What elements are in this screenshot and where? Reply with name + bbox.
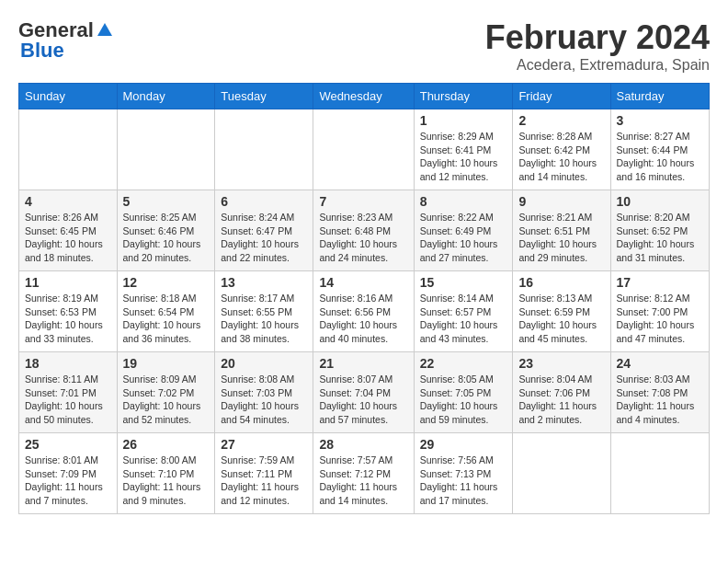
day-number: 16	[518, 275, 604, 290]
day-info: Sunrise: 8:26 AM Sunset: 6:45 PM Dayligh…	[25, 211, 111, 265]
day-number: 10	[617, 194, 704, 209]
day-number: 15	[420, 275, 507, 290]
logo-icon	[96, 21, 114, 40]
day-info: Sunrise: 8:16 AM Sunset: 6:56 PM Dayligh…	[319, 292, 407, 346]
col-header-wednesday: Wednesday	[313, 84, 414, 109]
logo-blue: Blue	[20, 39, 64, 63]
calendar-cell: 2Sunrise: 8:28 AM Sunset: 6:42 PM Daylig…	[513, 109, 610, 190]
col-header-sunday: Sunday	[19, 84, 118, 109]
calendar-cell	[313, 109, 414, 190]
calendar-table: SundayMondayTuesdayWednesdayThursdayFrid…	[18, 83, 710, 514]
calendar-cell: 9Sunrise: 8:21 AM Sunset: 6:51 PM Daylig…	[513, 190, 610, 271]
calendar-cell: 29Sunrise: 7:56 AM Sunset: 7:13 PM Dayli…	[414, 433, 513, 514]
day-info: Sunrise: 8:01 AM Sunset: 7:09 PM Dayligh…	[25, 454, 111, 508]
calendar-cell: 13Sunrise: 8:17 AM Sunset: 6:55 PM Dayli…	[215, 271, 313, 352]
day-number: 23	[518, 356, 604, 371]
calendar-cell	[215, 109, 313, 190]
day-number: 6	[221, 194, 307, 209]
day-info: Sunrise: 8:29 AM Sunset: 6:41 PM Dayligh…	[420, 130, 507, 184]
calendar-cell: 28Sunrise: 7:57 AM Sunset: 7:12 PM Dayli…	[313, 433, 414, 514]
day-number: 2	[518, 113, 604, 128]
calendar-cell: 10Sunrise: 8:20 AM Sunset: 6:52 PM Dayli…	[610, 190, 710, 271]
calendar-cell: 3Sunrise: 8:27 AM Sunset: 6:44 PM Daylig…	[610, 109, 710, 190]
calendar-cell: 24Sunrise: 8:03 AM Sunset: 7:08 PM Dayli…	[610, 352, 710, 433]
col-header-friday: Friday	[513, 84, 610, 109]
day-number: 18	[25, 356, 111, 371]
day-number: 27	[221, 437, 307, 452]
day-info: Sunrise: 8:04 AM Sunset: 7:06 PM Dayligh…	[518, 373, 604, 427]
calendar-cell: 15Sunrise: 8:14 AM Sunset: 6:57 PM Dayli…	[414, 271, 513, 352]
day-info: Sunrise: 8:28 AM Sunset: 6:42 PM Dayligh…	[518, 130, 604, 184]
day-number: 19	[123, 356, 210, 371]
day-number: 3	[617, 113, 704, 128]
day-info: Sunrise: 8:21 AM Sunset: 6:51 PM Dayligh…	[518, 211, 604, 265]
calendar-cell: 17Sunrise: 8:12 AM Sunset: 7:00 PM Dayli…	[610, 271, 710, 352]
day-number: 29	[420, 437, 507, 452]
calendar-cell: 22Sunrise: 8:05 AM Sunset: 7:05 PM Dayli…	[414, 352, 513, 433]
day-info: Sunrise: 8:17 AM Sunset: 6:55 PM Dayligh…	[221, 292, 307, 346]
day-number: 7	[319, 194, 407, 209]
day-number: 9	[518, 194, 604, 209]
day-info: Sunrise: 8:19 AM Sunset: 6:53 PM Dayligh…	[25, 292, 111, 346]
week-row-1: 1Sunrise: 8:29 AM Sunset: 6:41 PM Daylig…	[19, 109, 710, 190]
calendar-cell: 25Sunrise: 8:01 AM Sunset: 7:09 PM Dayli…	[19, 433, 118, 514]
calendar-cell: 11Sunrise: 8:19 AM Sunset: 6:53 PM Dayli…	[19, 271, 118, 352]
header: General Blue February 2024 Acedera, Extr…	[18, 18, 710, 74]
col-header-tuesday: Tuesday	[215, 84, 313, 109]
calendar-cell	[19, 109, 118, 190]
calendar-cell	[117, 109, 215, 190]
location: Acedera, Extremadura, Spain	[485, 57, 710, 74]
calendar-cell: 27Sunrise: 7:59 AM Sunset: 7:11 PM Dayli…	[215, 433, 313, 514]
col-header-monday: Monday	[117, 84, 215, 109]
day-info: Sunrise: 8:00 AM Sunset: 7:10 PM Dayligh…	[123, 454, 210, 508]
day-number: 25	[25, 437, 111, 452]
calendar-cell: 21Sunrise: 8:07 AM Sunset: 7:04 PM Dayli…	[313, 352, 414, 433]
calendar-cell: 14Sunrise: 8:16 AM Sunset: 6:56 PM Dayli…	[313, 271, 414, 352]
day-number: 21	[319, 356, 407, 371]
calendar-cell	[513, 433, 610, 514]
day-info: Sunrise: 8:12 AM Sunset: 7:00 PM Dayligh…	[617, 292, 704, 346]
day-number: 20	[221, 356, 307, 371]
calendar-cell: 18Sunrise: 8:11 AM Sunset: 7:01 PM Dayli…	[19, 352, 118, 433]
calendar-cell: 26Sunrise: 8:00 AM Sunset: 7:10 PM Dayli…	[117, 433, 215, 514]
day-number: 28	[319, 437, 407, 452]
week-row-4: 18Sunrise: 8:11 AM Sunset: 7:01 PM Dayli…	[19, 352, 710, 433]
day-number: 17	[617, 275, 704, 290]
calendar-cell: 12Sunrise: 8:18 AM Sunset: 6:54 PM Dayli…	[117, 271, 215, 352]
month-year: February 2024	[485, 18, 710, 57]
day-info: Sunrise: 8:03 AM Sunset: 7:08 PM Dayligh…	[617, 373, 704, 427]
day-info: Sunrise: 7:57 AM Sunset: 7:12 PM Dayligh…	[319, 454, 407, 508]
day-info: Sunrise: 8:05 AM Sunset: 7:05 PM Dayligh…	[420, 373, 507, 427]
calendar-cell: 6Sunrise: 8:24 AM Sunset: 6:47 PM Daylig…	[215, 190, 313, 271]
day-info: Sunrise: 8:08 AM Sunset: 7:03 PM Dayligh…	[221, 373, 307, 427]
day-info: Sunrise: 8:23 AM Sunset: 6:48 PM Dayligh…	[319, 211, 407, 265]
day-info: Sunrise: 8:09 AM Sunset: 7:02 PM Dayligh…	[123, 373, 210, 427]
day-info: Sunrise: 8:14 AM Sunset: 6:57 PM Dayligh…	[420, 292, 507, 346]
day-info: Sunrise: 8:22 AM Sunset: 6:49 PM Dayligh…	[420, 211, 507, 265]
day-number: 24	[617, 356, 704, 371]
day-number: 22	[420, 356, 507, 371]
title-area: February 2024 Acedera, Extremadura, Spai…	[485, 18, 710, 74]
col-header-saturday: Saturday	[610, 84, 710, 109]
day-number: 13	[221, 275, 307, 290]
calendar-cell: 1Sunrise: 8:29 AM Sunset: 6:41 PM Daylig…	[414, 109, 513, 190]
calendar-cell: 4Sunrise: 8:26 AM Sunset: 6:45 PM Daylig…	[19, 190, 118, 271]
day-info: Sunrise: 8:07 AM Sunset: 7:04 PM Dayligh…	[319, 373, 407, 427]
day-number: 5	[123, 194, 210, 209]
calendar-cell: 8Sunrise: 8:22 AM Sunset: 6:49 PM Daylig…	[414, 190, 513, 271]
day-info: Sunrise: 7:59 AM Sunset: 7:11 PM Dayligh…	[221, 454, 307, 508]
week-row-3: 11Sunrise: 8:19 AM Sunset: 6:53 PM Dayli…	[19, 271, 710, 352]
day-info: Sunrise: 8:24 AM Sunset: 6:47 PM Dayligh…	[221, 211, 307, 265]
week-row-5: 25Sunrise: 8:01 AM Sunset: 7:09 PM Dayli…	[19, 433, 710, 514]
day-number: 14	[319, 275, 407, 290]
week-row-2: 4Sunrise: 8:26 AM Sunset: 6:45 PM Daylig…	[19, 190, 710, 271]
day-info: Sunrise: 8:13 AM Sunset: 6:59 PM Dayligh…	[518, 292, 604, 346]
calendar-cell: 7Sunrise: 8:23 AM Sunset: 6:48 PM Daylig…	[313, 190, 414, 271]
day-number: 11	[25, 275, 111, 290]
col-header-thursday: Thursday	[414, 84, 513, 109]
calendar-cell: 23Sunrise: 8:04 AM Sunset: 7:06 PM Dayli…	[513, 352, 610, 433]
day-info: Sunrise: 8:27 AM Sunset: 6:44 PM Dayligh…	[617, 130, 704, 184]
day-number: 12	[123, 275, 210, 290]
day-info: Sunrise: 7:56 AM Sunset: 7:13 PM Dayligh…	[420, 454, 507, 508]
day-number: 1	[420, 113, 507, 128]
